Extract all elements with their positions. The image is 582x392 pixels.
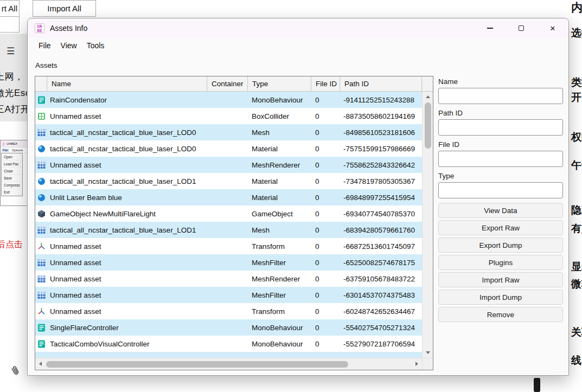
mini-menu-file[interactable]: File (2, 149, 9, 152)
background-text: 显示 (571, 260, 582, 274)
background-text: 微软 (571, 277, 582, 291)
scroll-down-icon[interactable] (426, 351, 430, 354)
background-text: 有人 (571, 222, 582, 236)
svg-text:BE: BE (37, 28, 42, 33)
background-text: 关联 (571, 325, 582, 339)
uabe-logo-icon: UABE (35, 23, 44, 33)
file-id-input[interactable] (438, 151, 563, 167)
path-id-column-header[interactable]: Path ID (340, 76, 422, 91)
right-texts: 内容分享选择类型开内权限午评隐私有人显示微软关联线 (571, 0, 582, 392)
scrollbar-corner (422, 358, 433, 370)
export-all-button-label: rt All (2, 4, 17, 13)
view-data-button[interactable]: View Data (438, 203, 563, 218)
asset-icon-cell (35, 275, 47, 283)
asset-icon-cell (35, 177, 47, 185)
vertical-scrollbar-thumb[interactable] (425, 102, 431, 149)
menu-tools[interactable]: Tools (82, 40, 110, 52)
plugins-button[interactable]: Plugins (438, 255, 563, 270)
asset-icon-cell (35, 242, 47, 250)
name-input[interactable] (438, 88, 563, 104)
table-row[interactable]: Unnamed asset BoxCollider 0 -88735058602… (35, 108, 422, 124)
table-row[interactable]: Unlit Laser Beam blue Material 0 -698489… (35, 189, 422, 205)
container-column-header[interactable]: Container (207, 76, 248, 91)
name-column-header[interactable]: Name (47, 76, 207, 91)
export-dump-button[interactable]: Export Dump (438, 237, 563, 253)
path-id-input[interactable] (438, 119, 563, 136)
asset-file-id: 0 (311, 259, 340, 267)
scroll-right-icon[interactable] (415, 362, 418, 366)
background-text: 开内 (571, 91, 582, 105)
export-raw-button[interactable]: Export Raw (438, 220, 563, 235)
titlebar[interactable]: UABE Assets Info (28, 18, 568, 38)
import-dump-button[interactable]: Import Dump (438, 290, 563, 305)
table-row[interactable]: SingleFlareController MonoBehaviour 0 -5… (35, 319, 422, 336)
type-input[interactable] (438, 182, 563, 198)
asset-name: Unnamed asset (47, 291, 207, 299)
asset-type: Transform (248, 307, 311, 316)
type-column-header[interactable]: Type (248, 76, 311, 91)
asset-icon-cell (35, 307, 47, 316)
mesh-icon (37, 291, 46, 299)
maximize-button[interactable] (506, 18, 537, 38)
export-all-button[interactable]: rt All (0, 0, 20, 17)
menu-view[interactable]: View (56, 40, 82, 52)
scroll-up-icon[interactable] (426, 95, 430, 98)
asset-file-id: 0 (311, 128, 340, 137)
asset-icon-cell (35, 128, 47, 137)
import-raw-button[interactable]: Import Raw (438, 272, 563, 287)
table-row[interactable]: TacticalComboVisualController MonoBehavi… (35, 336, 422, 352)
table-row[interactable]: tactical_all_ncstar_tactical_blue_laser_… (35, 124, 422, 140)
table-row[interactable]: GameObject NewMultiFlareLight GameObject… (35, 205, 422, 222)
table-row[interactable]: Unnamed asset MeshRenderer 0 -7558625284… (35, 157, 422, 173)
asset-icon-cell (35, 96, 47, 104)
asset-name: Unnamed asset (47, 307, 207, 316)
window-controls (474, 18, 568, 38)
table-row[interactable]: tactical_all_ncstar_tactical_blue_laser_… (35, 222, 422, 238)
table-row[interactable]: Unnamed asset Transform 0 -6024874265263… (35, 303, 422, 319)
asset-file-id: 0 (311, 145, 340, 153)
vertical-scrollbar[interactable] (422, 92, 433, 358)
table-row[interactable]: tactical_all_ncstar_tactical_blue_laser_… (35, 173, 422, 189)
scroll-left-icon[interactable] (39, 362, 42, 366)
minimize-button[interactable] (474, 18, 506, 38)
asset-icon-cell (35, 291, 47, 299)
table-row[interactable]: RainCondensator MonoBehaviour 0 -9141125… (35, 92, 422, 108)
asset-path-id: -68394280579661760 (340, 226, 422, 234)
asset-path-id: -88735058602194169 (340, 112, 422, 120)
horizontal-scrollbar-thumb[interactable] (46, 361, 348, 368)
table-row[interactable]: Unnamed asset MeshFilter 0 -630145370743… (35, 287, 422, 303)
hamburger-menu-icon[interactable] (7, 46, 15, 57)
close-icon (550, 23, 556, 33)
asset-type: Mesh (248, 226, 311, 234)
table-row-partial[interactable] (35, 352, 422, 358)
table-header: Name Container Type File ID Path ID (35, 76, 433, 92)
asset-path-id: -75586252843326642 (340, 161, 422, 169)
type-label: Type (438, 172, 563, 180)
table-row[interactable]: Unnamed asset MeshFilter 0 -652500825746… (35, 254, 422, 271)
asset-file-id: 0 (311, 210, 340, 218)
mesh-icon (37, 226, 46, 234)
table-body-area: RainCondensator MonoBehaviour 0 -9141125… (35, 92, 433, 358)
remove-button[interactable]: Remove (438, 307, 563, 322)
asset-icon-cell (35, 145, 47, 153)
script-icon (37, 96, 46, 104)
asset-path-id: -84985610523181606 (340, 128, 422, 137)
table-row[interactable]: Unnamed asset MeshRenderer 0 -6375910567… (35, 271, 422, 287)
table-row[interactable]: Unnamed asset Transform 0 -6687251360174… (35, 238, 422, 254)
file-id-column-header[interactable]: File ID (311, 76, 340, 91)
mini-menu-options[interactable]: Options (11, 149, 24, 152)
background-text: 隐私 (571, 203, 582, 217)
horizontal-scrollbar[interactable] (35, 358, 422, 370)
icon-column-header[interactable] (35, 76, 47, 91)
table-row[interactable]: tactical_all_ncstar_tactical_blue_laser_… (35, 140, 422, 157)
background-text: 选择 (571, 26, 582, 40)
asset-path-id: -55402754705271324 (340, 324, 422, 332)
mesh-icon (37, 275, 46, 283)
close-button[interactable] (537, 18, 568, 38)
menu-file[interactable]: File (34, 40, 56, 52)
asset-icon-cell (35, 324, 47, 332)
asset-icon-cell (35, 259, 47, 267)
import-all-button[interactable]: Import All (33, 0, 96, 17)
asset-path-id: -69340774540785370 (340, 210, 422, 218)
uabea-logo-icon: UABE (2, 142, 5, 146)
